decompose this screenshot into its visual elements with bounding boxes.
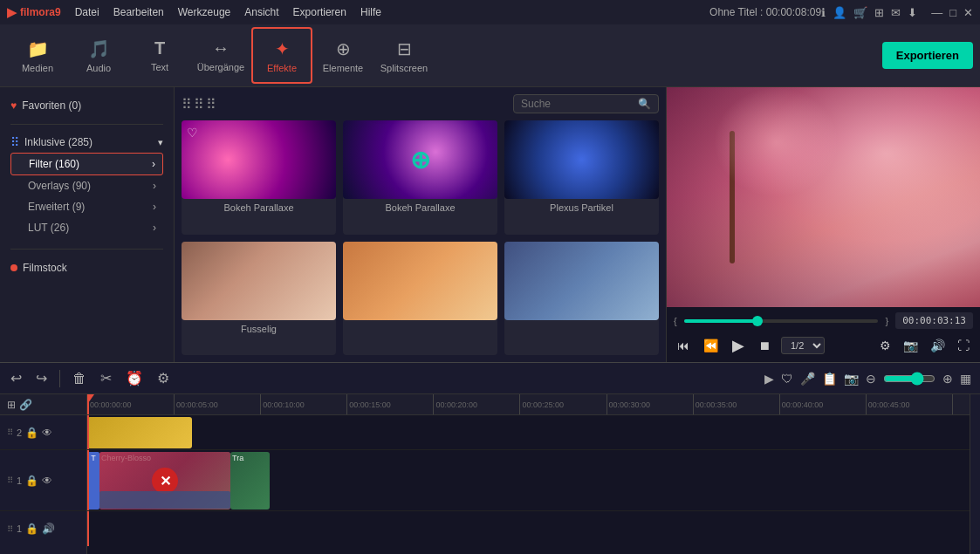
track2-visibility-icon[interactable]: 👁	[42, 427, 52, 439]
timeline-ruler: 00:00:00:00 00:00:05:00 00:00:10:00 00:0…	[87, 394, 970, 415]
titlebar: ▶ filmora9 Datei Bearbeiten Werkzeuge An…	[0, 0, 980, 24]
clip-delete-button[interactable]: ✕	[152, 468, 178, 494]
settings-icon[interactable]: ⚙	[876, 337, 894, 354]
redo-button[interactable]: ↪	[34, 368, 49, 388]
track0-lock-icon[interactable]: 🔒	[25, 523, 38, 535]
preview-content	[667, 87, 980, 307]
add-track-button[interactable]: ⊞	[7, 399, 16, 411]
mail-icon[interactable]: ✉	[891, 6, 901, 19]
toolbar-medien-label: Medien	[22, 63, 53, 73]
track1-visibility-icon[interactable]: 👁	[42, 475, 52, 487]
effect-thumb-warm	[343, 242, 497, 320]
menu-bearbeiten[interactable]: Bearbeiten	[113, 6, 164, 18]
lut-arrow: ›	[153, 222, 156, 234]
effect-card-bokeh2[interactable]: ⊕ Bokeh Parallaxe Bokeh Parallaxe	[343, 120, 497, 235]
ruler-mark-0: 00:00:00:00	[87, 394, 174, 414]
fullscreen-icon[interactable]: ⛶	[954, 337, 973, 354]
rewind-button[interactable]: ⏪	[700, 337, 722, 354]
help-icon[interactable]: ℹ	[821, 6, 826, 19]
progress-handle[interactable]	[752, 316, 763, 326]
user-icon[interactable]: 👤	[833, 6, 846, 19]
mic-button[interactable]: 🎤	[800, 372, 815, 386]
grid-icon[interactable]: ⊞	[874, 6, 884, 19]
sidebar-filter[interactable]: Filter (160) ›	[10, 153, 163, 175]
track2-content	[87, 415, 970, 450]
toolbar-medien[interactable]: 📁 Medien	[7, 27, 68, 84]
progress-bar[interactable]	[684, 319, 879, 323]
sidebar-erweitert[interactable]: Erweitert (9) ›	[10, 196, 163, 217]
zoom-out-button[interactable]: ⊖	[866, 372, 876, 386]
star-icon: ✦	[275, 38, 290, 59]
zoom-in-button[interactable]: ⊕	[942, 372, 953, 386]
playhead-track2	[87, 415, 89, 449]
effect-card-fusselig[interactable]: Fusselig	[182, 242, 336, 356]
search-input[interactable]	[521, 98, 634, 110]
maximize-icon[interactable]: □	[949, 6, 956, 19]
toolbar-uebergaenge[interactable]: ↔ Übergänge	[190, 27, 251, 84]
settings-button[interactable]: ⚙	[155, 368, 171, 388]
volume-icon[interactable]: 🔊	[927, 337, 949, 354]
play-tl-button[interactable]: ▶	[764, 372, 774, 386]
track0-audio-icon[interactable]: 🔊	[42, 523, 55, 535]
prev-frame-button[interactable]: ⏮	[674, 337, 693, 354]
cart-icon[interactable]: 🛒	[853, 6, 867, 19]
sidebar-filmstock[interactable]: Filmstock	[0, 256, 174, 279]
effect-thumb-cool	[504, 242, 659, 320]
track2-lock-icon[interactable]: 🔒	[25, 427, 38, 439]
camera-button[interactable]: 📷	[844, 372, 859, 386]
screenshot-icon[interactable]: 📷	[900, 337, 922, 354]
ruler-mark-end	[952, 394, 970, 414]
timeline-scrollbar[interactable]	[970, 394, 980, 554]
ruler-mark-7: 00:00:35:00	[693, 394, 779, 414]
tl-divider-1	[59, 370, 60, 387]
quality-select[interactable]: 1/2	[781, 337, 825, 354]
main-toolbar: 📁 Medien 🎵 Audio T Text ↔ Übergänge ✦ Ef…	[0, 24, 980, 87]
minimize-icon[interactable]: —	[931, 6, 942, 19]
close-icon[interactable]: ✕	[963, 6, 973, 19]
zoom-slider[interactable]	[883, 372, 935, 386]
export-button[interactable]: Exportieren	[882, 42, 973, 69]
track1-lock-icon[interactable]: 🔒	[25, 475, 38, 487]
clipboard-button[interactable]: 📋	[822, 372, 837, 386]
clip-tra[interactable]: Tra	[230, 452, 270, 510]
effect-card-plexus[interactable]: Plexus Partikel	[504, 120, 659, 235]
sidebar-lut[interactable]: LUT (26) ›	[10, 217, 163, 238]
duration-button[interactable]: ⏰	[124, 368, 145, 388]
link-button[interactable]: 🔗	[19, 399, 32, 411]
toolbar-effekte[interactable]: ✦ Effekte	[251, 27, 312, 84]
cut-button[interactable]: ✂	[99, 368, 113, 388]
search-box: 🔍	[513, 94, 659, 113]
play-button[interactable]: ▶	[729, 334, 748, 357]
preview-controls: { } 00:00:03:13 ⏮ ⏪ ▶ ⏹ 1/2 ⚙ 📷	[667, 307, 980, 362]
menu-ansicht[interactable]: Ansicht	[244, 6, 278, 18]
sidebar-inklusive-header[interactable]: ⠿ Inklusive (285) ▾	[10, 135, 163, 149]
clip-gold[interactable]	[87, 417, 192, 448]
sidebar-overlays[interactable]: Overlays (90) ›	[10, 175, 163, 196]
stop-button[interactable]: ⏹	[755, 337, 774, 354]
ruler-mark-9: 00:00:45:00	[866, 394, 952, 414]
toolbar-text[interactable]: T Text	[129, 27, 190, 84]
track0-label-row: ⠿ 1 🔒 🔊	[0, 511, 86, 546]
menu-exportieren[interactable]: Exportieren	[293, 6, 346, 18]
effect-card-warm[interactable]	[343, 242, 497, 356]
track0-content	[87, 511, 970, 546]
toolbar-audio[interactable]: 🎵 Audio	[68, 27, 129, 84]
toolbar-elemente[interactable]: ⊕ Elemente	[312, 27, 373, 84]
effect-thumb-plexus	[504, 120, 659, 199]
menu-datei[interactable]: Datei	[75, 6, 99, 18]
effect-card-bokeh1[interactable]: ♡ Bokeh Parallaxe	[182, 120, 336, 235]
ruler-mark-8: 00:00:40:00	[779, 394, 866, 414]
undo-button[interactable]: ↩	[9, 368, 24, 388]
menu-hilfe[interactable]: Hilfe	[360, 6, 381, 18]
toolbar-splitscreen[interactable]: ⊟ Splitscreen	[373, 27, 435, 84]
effect-card-cool[interactable]	[504, 242, 659, 356]
favorites-label: Favoriten (0)	[22, 99, 81, 112]
view-options-button[interactable]: ⠿⠿⠿	[182, 96, 218, 113]
delete-button[interactable]: 🗑	[71, 369, 88, 388]
menu-werkzeuge[interactable]: Werkzeuge	[178, 6, 230, 18]
clip-text-marker[interactable]: T	[87, 452, 99, 510]
menu-bar: Datei Bearbeiten Werkzeuge Ansicht Expor…	[75, 6, 709, 18]
download-icon[interactable]: ⬇	[908, 6, 917, 19]
shield-button[interactable]: 🛡	[781, 372, 793, 386]
grid-view-button[interactable]: ▦	[960, 372, 971, 386]
